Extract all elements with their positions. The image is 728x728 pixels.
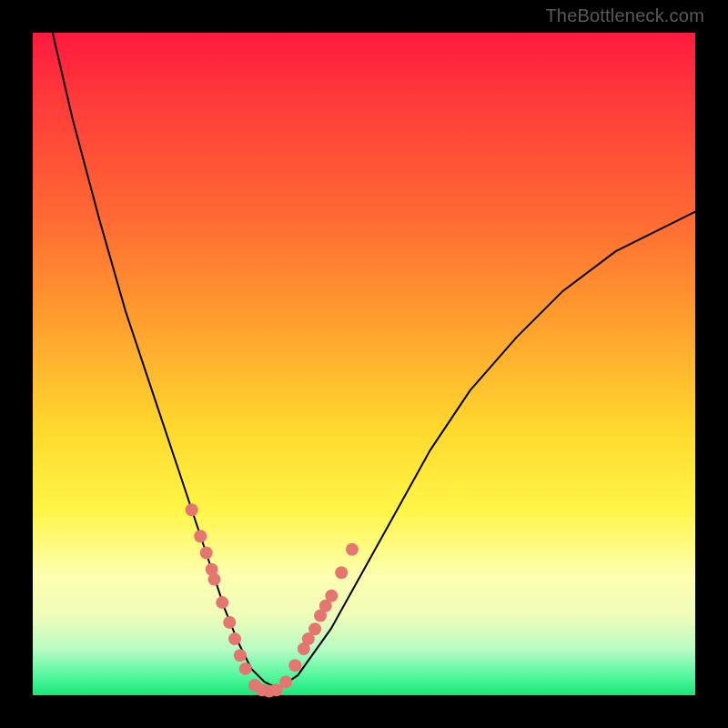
- sample-dot: [346, 543, 359, 556]
- sample-dot: [223, 616, 236, 629]
- bottleneck-curve: [53, 33, 695, 689]
- sample-dot: [239, 662, 252, 675]
- chart-frame: TheBottleneck.com: [0, 0, 728, 728]
- sample-dot: [308, 622, 321, 635]
- sample-dot: [228, 632, 241, 645]
- sample-dot: [200, 547, 213, 560]
- sample-dot: [234, 649, 247, 662]
- sample-dots-group: [186, 503, 359, 697]
- sample-dot: [216, 596, 228, 609]
- sample-dot: [208, 573, 221, 586]
- curve-svg: [33, 33, 695, 695]
- sample-dot: [279, 675, 292, 688]
- sample-dot: [186, 503, 198, 516]
- attribution-label: TheBottleneck.com: [545, 5, 704, 26]
- sample-dot: [325, 590, 338, 602]
- sample-dot: [288, 659, 301, 672]
- sample-dot: [335, 566, 348, 579]
- plot-area: [33, 33, 695, 695]
- sample-dot: [194, 530, 207, 542]
